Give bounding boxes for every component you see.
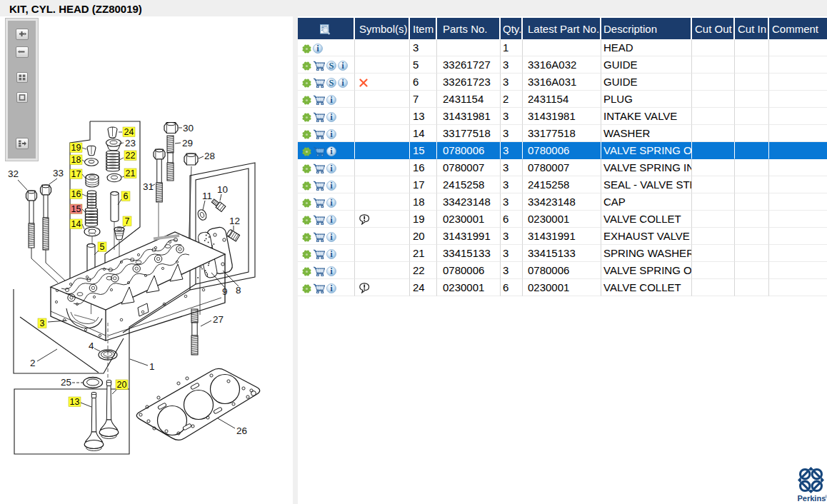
svg-text:16: 16 bbox=[71, 189, 81, 199]
svg-text:33: 33 bbox=[53, 168, 64, 178]
svg-text:18: 18 bbox=[71, 155, 81, 165]
svg-text:5: 5 bbox=[100, 242, 105, 252]
svg-text:29: 29 bbox=[182, 138, 193, 148]
svg-text:22: 22 bbox=[126, 151, 136, 161]
svg-text:31: 31 bbox=[143, 181, 154, 192]
svg-text:24: 24 bbox=[124, 127, 134, 137]
svg-text:1: 1 bbox=[149, 361, 155, 372]
svg-text:28: 28 bbox=[204, 151, 215, 161]
svg-text:15: 15 bbox=[71, 204, 81, 214]
svg-text:25: 25 bbox=[61, 377, 71, 388]
svg-text:12: 12 bbox=[229, 216, 240, 226]
svg-text:3: 3 bbox=[40, 318, 45, 328]
svg-text:19: 19 bbox=[71, 143, 81, 153]
svg-text:27: 27 bbox=[213, 314, 224, 325]
svg-text:21: 21 bbox=[126, 168, 136, 178]
svg-text:10: 10 bbox=[217, 184, 228, 195]
svg-text:2: 2 bbox=[30, 358, 36, 368]
svg-text:30: 30 bbox=[183, 123, 194, 133]
svg-text:6: 6 bbox=[124, 191, 129, 201]
svg-text:13: 13 bbox=[70, 397, 80, 407]
svg-text:26: 26 bbox=[236, 425, 247, 436]
svg-text:7: 7 bbox=[125, 216, 130, 226]
svg-text:Perkins: Perkins bbox=[798, 494, 826, 503]
svg-text:14: 14 bbox=[71, 219, 81, 229]
svg-text:8: 8 bbox=[236, 285, 241, 296]
svg-text:11: 11 bbox=[202, 191, 212, 201]
svg-text:20: 20 bbox=[117, 380, 127, 390]
svg-text:32: 32 bbox=[8, 168, 19, 179]
svg-text:23: 23 bbox=[125, 138, 136, 148]
svg-text:4: 4 bbox=[89, 341, 94, 351]
svg-text:17: 17 bbox=[71, 169, 81, 179]
